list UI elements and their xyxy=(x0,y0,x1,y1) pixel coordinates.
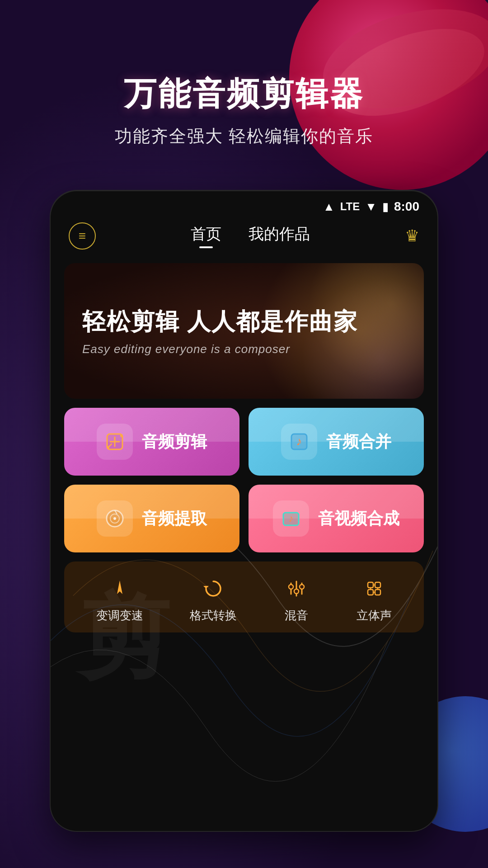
svg-point-19 xyxy=(289,585,293,589)
tab-works[interactable]: 我的作品 xyxy=(249,224,310,248)
format-convert-label: 格式转换 xyxy=(190,608,237,623)
menu-icon: ≡ xyxy=(79,229,86,243)
tool-mix[interactable]: 混音 xyxy=(283,575,310,623)
svg-point-4 xyxy=(107,446,109,449)
hero-text-en: Easy editing everyone is a composer xyxy=(82,342,406,356)
hero-text-cn: 轻松剪辑 人人都是作曲家 xyxy=(82,306,406,338)
audio-merge-label: 音频合并 xyxy=(326,431,391,453)
audio-merge-icon: ♪ xyxy=(281,424,317,460)
lte-label: LTE xyxy=(340,200,360,213)
tool-pitch-speed[interactable]: 变调变速 xyxy=(96,575,143,623)
status-icons: ▲ LTE ▼ ▮ 8:00 xyxy=(323,199,419,214)
nav-tabs: 首页 我的作品 xyxy=(191,224,310,248)
tool-format-convert[interactable]: 格式转换 xyxy=(190,575,237,623)
header-area: 万能音频剪辑器 功能齐全强大 轻松编辑你的音乐 xyxy=(0,72,488,148)
audio-edit-button[interactable]: 音频剪辑 xyxy=(64,408,239,476)
bottom-toolbar: 变调变速 格式转换 混音 xyxy=(64,561,424,632)
av-compose-button[interactable]: ♪ 音视频合成 xyxy=(249,485,424,552)
svg-point-20 xyxy=(294,589,299,594)
app-title: 万能音频剪辑器 xyxy=(0,72,488,116)
crown-button[interactable]: ♛ xyxy=(405,226,419,245)
mix-label: 混音 xyxy=(285,608,308,623)
audio-merge-button[interactable]: ♪ 音频合并 xyxy=(249,408,424,476)
audio-edit-label: 音频剪辑 xyxy=(142,431,207,453)
svg-rect-22 xyxy=(368,582,373,588)
svg-point-10 xyxy=(113,517,116,520)
stereo-label: 立体声 xyxy=(357,608,392,623)
audio-extract-icon xyxy=(97,500,133,537)
audio-extract-label: 音频提取 xyxy=(142,508,207,530)
stereo-icon xyxy=(361,575,388,602)
grid-container: 音频剪辑 ♪ 音频合并 音频提取 xyxy=(64,408,424,552)
app-subtitle: 功能齐全强大 轻松编辑你的音乐 xyxy=(0,125,488,148)
status-bar: ▲ LTE ▼ ▮ 8:00 xyxy=(51,191,437,218)
status-time: 8:00 xyxy=(394,199,419,214)
svg-rect-23 xyxy=(375,582,380,588)
svg-rect-25 xyxy=(375,590,380,595)
battery-icon: ▮ xyxy=(382,200,389,214)
svg-rect-24 xyxy=(368,590,373,595)
crown-icon: ♛ xyxy=(405,226,419,245)
svg-marker-14 xyxy=(117,580,122,594)
pitch-speed-label: 变调变速 xyxy=(96,608,143,623)
audio-extract-button[interactable]: 音频提取 xyxy=(64,485,239,552)
hero-banner: 轻松剪辑 人人都是作曲家 Easy editing everyone is a … xyxy=(64,263,424,399)
nav-bar: ≡ 首页 我的作品 ♛ xyxy=(51,218,437,259)
svg-point-5 xyxy=(120,434,123,437)
svg-text:♪: ♪ xyxy=(289,513,294,524)
av-compose-icon: ♪ xyxy=(273,500,309,537)
wifi-icon: ▼ xyxy=(365,200,377,214)
mix-icon xyxy=(283,575,310,602)
phone-mockup: 剪 ▲ LTE ▼ ▮ 8:00 ≡ 首页 我的作品 ♛ xyxy=(50,190,438,832)
tab-home[interactable]: 首页 xyxy=(191,224,221,248)
format-convert-icon xyxy=(200,575,227,602)
tool-stereo[interactable]: 立体声 xyxy=(357,575,392,623)
svg-point-21 xyxy=(300,585,304,589)
av-compose-label: 音视频合成 xyxy=(318,508,399,530)
svg-text:♪: ♪ xyxy=(296,434,302,448)
signal-icon: ▲ xyxy=(323,200,335,214)
svg-marker-15 xyxy=(203,586,209,589)
audio-edit-icon xyxy=(97,424,133,460)
pitch-speed-icon xyxy=(106,575,133,602)
menu-button[interactable]: ≡ xyxy=(69,222,96,250)
